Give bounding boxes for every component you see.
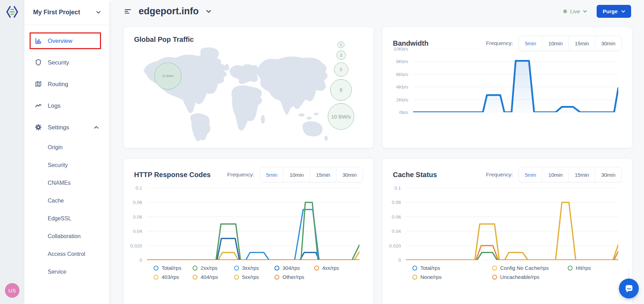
project-switcher[interactable]: My First Project bbox=[24, 0, 109, 25]
purge-button[interactable]: Purge bbox=[597, 5, 631, 18]
series-304/rps bbox=[147, 238, 359, 260]
frequency-option-30min[interactable]: 30min bbox=[336, 167, 363, 182]
world-map-svg bbox=[132, 43, 329, 144]
legend-item-5xx-rps[interactable]: 5xx/rps bbox=[234, 274, 274, 280]
frequency-label: Frequency: bbox=[227, 172, 254, 178]
legend-label: Total/rps bbox=[162, 265, 181, 271]
y-axis-tick: 4Kb/s bbox=[396, 84, 408, 90]
legend-item-hit-rps[interactable]: Hit/rps bbox=[568, 265, 591, 271]
frequency-option-30min[interactable]: 30min bbox=[595, 36, 621, 51]
activity-icon bbox=[35, 102, 42, 109]
legend-label: Total/rps bbox=[420, 265, 440, 271]
legend-circle-icon bbox=[234, 266, 239, 271]
bar-chart-icon bbox=[35, 37, 42, 44]
frequency-option-10min[interactable]: 10min bbox=[542, 167, 568, 182]
project-name: My First Project bbox=[33, 9, 80, 16]
legend-item-total-rps[interactable]: Total/rps bbox=[154, 265, 193, 271]
frequency-option-15min[interactable]: 15min bbox=[568, 167, 595, 182]
legend-item-403-rps[interactable]: 403/rps bbox=[154, 274, 193, 280]
live-status-label: Live bbox=[570, 8, 580, 15]
legend-circle-icon bbox=[492, 275, 497, 280]
legend-circle-icon bbox=[412, 266, 417, 271]
series-Hit/rps bbox=[406, 252, 618, 260]
sidebar-item-settings[interactable]: Settings bbox=[24, 119, 109, 136]
chat-widget-line bbox=[629, 269, 629, 279]
chevron-up-icon bbox=[94, 126, 99, 129]
legend-circle-icon bbox=[154, 275, 158, 280]
http-codes-chart: 0.10.080.060.040.0200 bbox=[126, 188, 359, 260]
legend-item-3xx-rps[interactable]: 3xx/rps bbox=[234, 265, 274, 271]
plot-area bbox=[406, 188, 618, 260]
frequency-option-10min[interactable]: 10min bbox=[542, 36, 568, 51]
frequency-selector: 5min10min15min30min bbox=[260, 167, 363, 182]
legend-item-none-rps[interactable]: None/rps bbox=[412, 274, 492, 280]
icon-rail: US bbox=[0, 0, 24, 304]
legend-item-other-rps[interactable]: Other/rps bbox=[274, 274, 314, 280]
legend-item-total-rps[interactable]: Total/rps bbox=[412, 265, 492, 271]
series-Total/3xx/rps bbox=[147, 210, 359, 260]
legend-item-304-rps[interactable]: 304/rps bbox=[274, 265, 314, 271]
y-axis-tick: 10Kb/s bbox=[394, 46, 408, 52]
y-axis: 0.10.080.060.040.0200 bbox=[385, 188, 406, 260]
http-codes-legend: Total/rps2xx/rps3xx/rps304/rps4xx/rps403… bbox=[154, 265, 339, 280]
sidebar-nav: OverviewSecurityRoutingLogsSettings bbox=[24, 25, 109, 136]
sidebar-subitem-origin[interactable]: Origin bbox=[24, 140, 109, 154]
chat-button[interactable] bbox=[619, 279, 639, 298]
chevron-down-icon bbox=[583, 10, 587, 13]
frequency-option-5min[interactable]: 5min bbox=[519, 167, 542, 182]
frequency-label: Frequency: bbox=[486, 40, 513, 46]
app-root: US My First Project OverviewSecurityRout… bbox=[0, 0, 644, 304]
y-axis-tick: 0.06 bbox=[133, 214, 142, 219]
sidebar-item-overview[interactable]: Overview bbox=[30, 32, 101, 49]
y-axis: 0.10.080.060.040.0200 bbox=[126, 188, 147, 260]
sidebar-subitem-service[interactable]: Service bbox=[24, 265, 109, 279]
sidebar-subitem-edgessl[interactable]: EdgeSSL bbox=[24, 212, 109, 226]
legend-item-404-rps[interactable]: 404/rps bbox=[193, 274, 234, 280]
user-avatar[interactable]: US bbox=[5, 283, 20, 298]
y-axis-tick: 6Kb/s bbox=[396, 71, 408, 77]
sidebar-subitem-security[interactable]: Security bbox=[24, 158, 109, 172]
frequency-option-5min[interactable]: 5min bbox=[260, 167, 284, 182]
sidebar-item-security[interactable]: Security bbox=[24, 54, 109, 71]
bandwidth-chart: 10Kb/s8Kb/s6Kb/s4Kb/s2Kb/s0b/s bbox=[385, 49, 618, 112]
legend-circle-icon bbox=[154, 266, 158, 271]
legend-item-config-no-cache-rps[interactable]: Config No Cache/rps bbox=[492, 265, 568, 271]
pop-traffic-bubble[interactable]: 10 BW/s bbox=[154, 62, 181, 90]
frequency-option-10min[interactable]: 10min bbox=[283, 167, 310, 182]
sidebar-item-label: Overview bbox=[48, 38, 72, 44]
frequency-option-30min[interactable]: 30min bbox=[595, 167, 621, 182]
legend-circle-icon bbox=[314, 266, 319, 271]
frequency-option-15min[interactable]: 15min bbox=[568, 36, 595, 51]
edgeport-logo-icon bbox=[5, 4, 20, 20]
y-axis-tick: 0.020 bbox=[130, 243, 142, 248]
shield-icon bbox=[35, 59, 42, 66]
sidebar-settings-subnav: OriginSecurityCNAMEsCacheEdgeSSLCollabor… bbox=[24, 140, 109, 279]
legend-circle-icon bbox=[492, 266, 497, 271]
legend-label: 403/rps bbox=[162, 274, 179, 280]
y-axis-tick: 0.06 bbox=[392, 214, 401, 219]
legend-circle-icon bbox=[274, 266, 279, 271]
live-status-toggle[interactable]: Live bbox=[563, 8, 587, 15]
sidebar-item-routing[interactable]: Routing bbox=[24, 76, 109, 92]
dashboard-grid: Global Pop Traffic bbox=[109, 23, 644, 304]
frequency-option-5min[interactable]: 5min bbox=[519, 36, 542, 51]
legend-label: 2xx/rps bbox=[201, 265, 217, 271]
bubble-legend-1: 1 bbox=[337, 41, 344, 48]
legend-label: 404/rps bbox=[201, 274, 218, 280]
brand-logo[interactable] bbox=[5, 4, 20, 21]
filter-icon[interactable] bbox=[125, 9, 132, 14]
legend-item-uncacheable-rps[interactable]: Uncacheable/rps bbox=[492, 274, 568, 280]
frequency-option-15min[interactable]: 15min bbox=[310, 167, 336, 182]
world-map bbox=[132, 43, 329, 144]
sidebar-item-logs[interactable]: Logs bbox=[24, 97, 109, 114]
legend-item-2xx-rps[interactable]: 2xx/rps bbox=[193, 265, 234, 271]
sidebar-subitem-cache[interactable]: Cache bbox=[24, 194, 109, 208]
legend-item-4xx-rps[interactable]: 4xx/rps bbox=[314, 265, 339, 271]
domain-chevron-down-icon[interactable] bbox=[206, 10, 211, 13]
sidebar-subitem-collaboration[interactable]: Collaboration bbox=[24, 229, 109, 243]
gear-icon bbox=[35, 124, 42, 131]
bandwidth-chart-svg bbox=[413, 49, 618, 112]
legend-label: None/rps bbox=[420, 274, 442, 280]
sidebar-subitem-access-control[interactable]: Access Control bbox=[24, 247, 109, 261]
sidebar-subitem-cnames[interactable]: CNAMEs bbox=[24, 176, 109, 190]
